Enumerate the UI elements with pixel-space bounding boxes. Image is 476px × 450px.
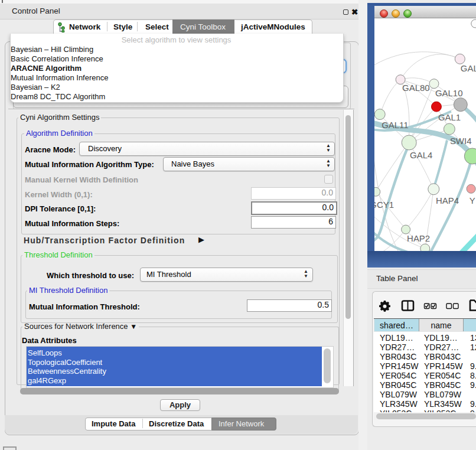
svg-text:GAL4: GAL4: [410, 150, 432, 160]
svg-text:GAL80: GAL80: [402, 83, 430, 93]
svg-text:GAL11: GAL11: [382, 120, 408, 130]
svg-text:HAP4: HAP4: [436, 195, 459, 206]
svg-text:HAP2: HAP2: [407, 233, 430, 243]
svg-text:GAL1: GAL1: [438, 112, 461, 122]
svg-text:Y: Y: [470, 195, 475, 206]
svg-text:GAL: GAL: [461, 63, 476, 73]
svg-text:GCY1: GCY1: [374, 200, 394, 210]
svg-text:GAL10: GAL10: [435, 88, 463, 98]
svg-text:SWI4: SWI4: [450, 136, 472, 146]
